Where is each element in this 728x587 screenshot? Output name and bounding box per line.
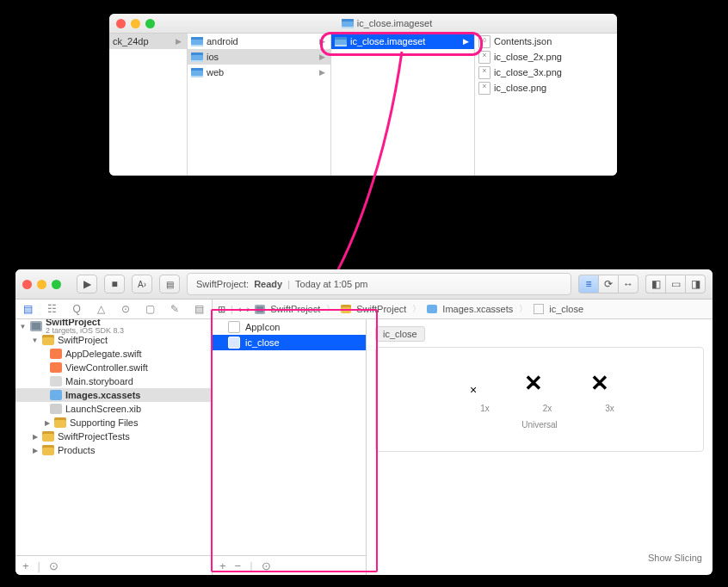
finder-title-text: ic_close.imageset bbox=[357, 18, 432, 28]
image-wells: × ✕ ✕ bbox=[470, 370, 609, 397]
file-node[interactable]: Main.storyboard bbox=[15, 374, 212, 388]
zoom-window-button[interactable] bbox=[52, 280, 61, 289]
breakpoint-navigator-tab[interactable]: ✎ bbox=[169, 303, 181, 315]
group-node[interactable]: ▶ SwiftProjectTests bbox=[15, 429, 212, 443]
scheme-button[interactable]: A› bbox=[132, 275, 152, 294]
finder-item[interactable]: android ▶ bbox=[188, 34, 330, 49]
finder-item[interactable]: ios ▶ bbox=[188, 49, 330, 65]
finder-column-3[interactable]: Contents.json ic_close_2x.png ic_close_3… bbox=[475, 34, 617, 176]
file-node[interactable]: AppDelegate.swift bbox=[15, 347, 212, 361]
remove-asset-button[interactable]: − bbox=[235, 559, 242, 572]
finder-item-selected[interactable]: ic_close.imageset ▶ bbox=[331, 34, 474, 49]
file-label: Images.xcassets bbox=[65, 390, 140, 400]
asset-title-chip: ic_close bbox=[375, 326, 425, 342]
asset-preview: ic_close × ✕ ✕ 1x 2x 3x Universal bbox=[367, 319, 713, 575]
standard-editor-button[interactable]: ≡ bbox=[578, 275, 598, 294]
assistant-editor-button[interactable]: ⟳ bbox=[598, 275, 618, 294]
test-navigator-tab[interactable]: ⊙ bbox=[120, 303, 132, 315]
file-node[interactable]: LaunchScreen.xib bbox=[15, 402, 212, 416]
project-root-node[interactable]: ▼ SwiftProject 2 targets, iOS SDK 8.3 bbox=[15, 319, 212, 333]
asset-item[interactable]: AppIcon bbox=[213, 319, 366, 335]
finder-item[interactable]: ck_24dp ▶ bbox=[109, 34, 187, 49]
project-navigator-tab[interactable]: ▤ bbox=[22, 303, 34, 315]
group-node[interactable]: ▼ SwiftProject bbox=[15, 333, 212, 347]
symbol-navigator-tab[interactable]: ☷ bbox=[46, 303, 59, 315]
bottom-pane-icon: ▭ bbox=[671, 278, 681, 290]
swift-file-icon bbox=[50, 362, 62, 373]
zoom-window-button[interactable] bbox=[145, 19, 155, 28]
finder-item[interactable]: ic_close.png bbox=[475, 80, 617, 96]
asset-item-selected[interactable]: ic_close bbox=[213, 335, 366, 350]
disclosure-triangle-icon[interactable]: ▼ bbox=[19, 323, 27, 331]
image-well-card[interactable]: × ✕ ✕ 1x 2x 3x Universal bbox=[375, 347, 704, 452]
issue-navigator-tab[interactable]: △ bbox=[96, 303, 108, 315]
folder-icon bbox=[42, 335, 54, 345]
close-icon[interactable]: × bbox=[470, 383, 477, 397]
jump-segment[interactable]: Images.xcassets bbox=[442, 304, 513, 314]
finder-window: ic_close.imageset ck_24dp ▶ android ▶ io… bbox=[109, 14, 617, 176]
folder-icon bbox=[42, 431, 54, 442]
left-pane-icon: ◧ bbox=[651, 278, 661, 290]
chevron-right-icon: ▶ bbox=[463, 37, 469, 46]
toggle-utilities-button[interactable]: ◨ bbox=[685, 275, 706, 294]
minimize-window-button[interactable] bbox=[131, 19, 140, 28]
group-label: SwiftProject bbox=[58, 335, 108, 345]
jump-bar[interactable]: ⊞ | ‹ › SwiftProject 〉 SwiftProject 〉 Im… bbox=[213, 300, 713, 319]
group-node[interactable]: ▶ Products bbox=[15, 443, 212, 457]
add-asset-button[interactable]: + bbox=[219, 559, 226, 572]
file-node[interactable]: ViewController.swift bbox=[15, 361, 212, 374]
finder-title: ic_close.imageset bbox=[163, 18, 610, 28]
filter-button[interactable]: ⊙ bbox=[49, 559, 59, 572]
close-icon[interactable]: ✕ bbox=[590, 370, 609, 397]
report-navigator-tab[interactable]: ▤ bbox=[194, 303, 206, 315]
stop-icon: ■ bbox=[111, 278, 117, 290]
jump-segment[interactable]: SwiftProject bbox=[270, 304, 320, 314]
disclosure-triangle-icon[interactable]: ▼ bbox=[31, 337, 39, 344]
group-node[interactable]: ▶ Supporting Files bbox=[15, 416, 212, 429]
finder-item-label: web bbox=[207, 67, 224, 77]
navigator-tabs[interactable]: ▤ ☷ Q △ ⊙ ▢ ✎ ▤ bbox=[15, 300, 212, 319]
filter-asset-button[interactable]: ⊙ bbox=[262, 559, 271, 572]
run-button[interactable]: ▶ bbox=[77, 275, 97, 294]
find-navigator-tab[interactable]: Q bbox=[71, 303, 83, 315]
version-editor-button[interactable]: ↔ bbox=[618, 275, 639, 294]
close-window-button[interactable] bbox=[116, 19, 126, 28]
circles-icon: ⟳ bbox=[604, 278, 613, 290]
project-icon bbox=[255, 305, 265, 314]
stop-button[interactable]: ■ bbox=[104, 275, 125, 294]
related-items-icon[interactable]: ⊞ bbox=[218, 304, 225, 315]
debug-navigator-tab[interactable]: ▢ bbox=[145, 303, 157, 315]
finder-item[interactable]: ic_close_3x.png bbox=[475, 65, 617, 80]
forward-button[interactable]: › bbox=[247, 304, 250, 314]
disclosure-triangle-icon[interactable]: ▶ bbox=[31, 433, 39, 441]
close-icon[interactable]: ✕ bbox=[524, 370, 543, 397]
asset-outline[interactable]: AppIcon ic_close + − | ⊙ bbox=[213, 319, 367, 575]
disclosure-triangle-icon[interactable]: ▶ bbox=[31, 447, 39, 454]
project-tree[interactable]: ▼ SwiftProject 2 targets, iOS SDK 8.3 ▼ … bbox=[15, 319, 212, 555]
back-button[interactable]: ‹ bbox=[238, 304, 242, 314]
xcode-toolbar: ▶ ■ A› ▤ SwiftProject: Ready | Today at … bbox=[15, 269, 713, 300]
jump-segment[interactable]: SwiftProject bbox=[356, 304, 406, 314]
close-window-button[interactable] bbox=[22, 280, 32, 289]
chevron-right-icon: ▶ bbox=[176, 37, 182, 46]
file-node-selected[interactable]: Images.xcassets bbox=[15, 388, 212, 402]
panel-visibility-segment[interactable]: ◧ ▭ ◨ bbox=[645, 275, 706, 294]
scheme-destination[interactable]: ▤ bbox=[159, 275, 180, 294]
finder-column-2[interactable]: ic_close.imageset ▶ bbox=[331, 34, 475, 176]
finder-column-1[interactable]: android ▶ ios ▶ web ▶ bbox=[188, 34, 331, 176]
chevron-right-icon: 〉 bbox=[518, 303, 528, 315]
folder-icon bbox=[54, 417, 66, 428]
disclosure-triangle-icon[interactable]: ▶ bbox=[43, 419, 51, 427]
finder-item[interactable]: ic_close_2x.png bbox=[475, 49, 617, 65]
jump-segment[interactable]: ic_close bbox=[549, 304, 583, 314]
toggle-navigator-button[interactable]: ◧ bbox=[645, 275, 665, 294]
finder-column-0[interactable]: ck_24dp ▶ bbox=[109, 34, 188, 176]
toggle-debug-button[interactable]: ▭ bbox=[665, 275, 685, 294]
minimize-window-button[interactable] bbox=[37, 280, 46, 289]
editor-mode-segment[interactable]: ≡ ⟳ ↔ bbox=[578, 275, 639, 294]
add-button[interactable]: + bbox=[22, 559, 29, 572]
show-slicing-button[interactable]: Show Slicing bbox=[375, 547, 704, 568]
finder-item[interactable]: Contents.json bbox=[475, 34, 617, 49]
window-controls bbox=[116, 19, 155, 28]
finder-item[interactable]: web ▶ bbox=[188, 65, 330, 80]
